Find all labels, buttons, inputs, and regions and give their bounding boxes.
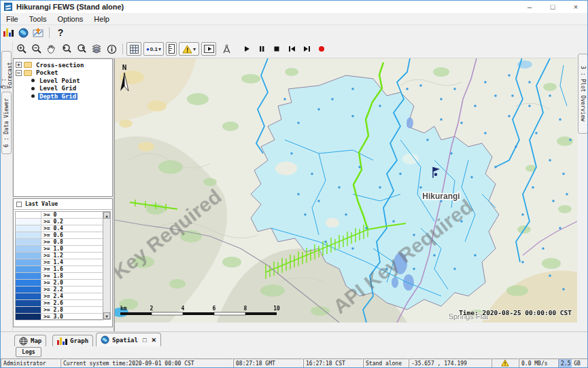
warnings-dropdown[interactable]: ▾ — [179, 42, 199, 56]
tab-map[interactable]: Map — [14, 335, 46, 346]
scale-ruler-button[interactable] — [166, 42, 177, 56]
menu-bar: File Tools Options Help — [1, 13, 587, 25]
svg-text:2: 2 — [150, 306, 154, 312]
legend-row[interactable]: >= 2.2 — [16, 287, 103, 293]
menu-file[interactable]: File — [1, 15, 24, 23]
app-logo-icon — [4, 3, 12, 11]
expand-icon[interactable]: + — [16, 62, 22, 68]
logs-button[interactable]: Logs — [16, 347, 41, 357]
panel-restore-icon[interactable]: □ — [143, 337, 146, 344]
status-local-time: 16:27:18 CST — [303, 358, 363, 368]
collapse-icon[interactable]: − — [16, 70, 22, 76]
svg-text:8: 8 — [244, 306, 247, 312]
legend-row[interactable]: >= 0.2 — [16, 219, 103, 225]
point-dot-icon: ● — [146, 46, 150, 52]
legend-list: >= 0 >= 0.2 >= 0.4 >= 0.6 >= 0.8 >= 1.0 … — [15, 211, 104, 320]
menu-tools[interactable]: Tools — [24, 15, 52, 23]
status-memory: 2.5 GB — [558, 358, 588, 368]
last-value-label: Last Value — [25, 201, 58, 207]
svg-text:4: 4 — [181, 306, 185, 312]
zoom-out-icon[interactable] — [29, 42, 44, 56]
window-title: Hikurangi FEWS (Stand alone) — [16, 3, 124, 11]
animation-button[interactable] — [201, 42, 216, 56]
info-icon[interactable] — [104, 42, 119, 56]
legend-row[interactable]: >= 1.0 — [16, 246, 103, 253]
left-tab-strip: 5 : Forecast 6 : Data Viewer — [1, 41, 13, 331]
tree-item-depth-grid[interactable]: Depth Grid — [14, 92, 112, 100]
panel-close-icon[interactable]: ✕ — [151, 337, 156, 344]
pause-button[interactable] — [254, 42, 269, 56]
legend-row[interactable]: >= 1.4 — [16, 259, 103, 266]
filter-tree: + Cross-section − Pocket Level Point Lev… — [13, 58, 113, 197]
layers-icon[interactable] — [89, 42, 104, 56]
legend-row[interactable]: >= 0.6 — [16, 232, 103, 239]
maximize-button[interactable]: □ — [541, 1, 564, 13]
status-coordinates: -35.657 , 174.199 — [409, 358, 491, 368]
toolbar-separator — [122, 43, 123, 54]
application-window: Hikurangi FEWS (Stand alone) – □ × File … — [0, 0, 588, 368]
node-bullet-icon — [31, 87, 35, 90]
svg-text:N: N — [122, 63, 127, 72]
map-canvas[interactable]: API Key Required API Key Required Hikura… — [115, 58, 577, 323]
help-button[interactable]: ? — [53, 26, 68, 39]
right-tab-strip: 3 : Plot Overview — [577, 41, 588, 331]
skip-to-end-button[interactable] — [299, 42, 314, 56]
legend-row[interactable]: >= 0 — [16, 212, 103, 219]
stop-button[interactable] — [269, 42, 284, 56]
point-size-dropdown[interactable]: ●0.1▾ — [143, 42, 164, 56]
status-mode: Stand alone — [363, 358, 409, 368]
play-button[interactable] — [239, 42, 254, 56]
zoom-next-icon[interactable] — [74, 42, 89, 56]
legend-row[interactable]: >= 2.0 — [16, 280, 103, 287]
title-bar: Hikurangi FEWS (Stand alone) – □ × — [1, 1, 587, 13]
legend-row[interactable]: >= 2.4 — [16, 293, 103, 300]
scroll-up-icon[interactable]: ▲ — [103, 212, 110, 219]
map-view[interactable]: API Key Required API Key Required Hikura… — [115, 58, 577, 323]
tab-spatial[interactable]: Spatial □ ✕ — [96, 333, 161, 346]
status-gmt-time: 08:27:18 GMT — [233, 358, 303, 368]
record-button[interactable] — [314, 42, 329, 56]
grid-display-button[interactable] — [126, 42, 141, 56]
scroll-down-icon[interactable]: ▼ — [103, 312, 110, 319]
close-button[interactable]: × — [564, 1, 587, 13]
tree-item-level-point[interactable]: Level Point — [14, 77, 112, 85]
last-value-checkbox[interactable] — [16, 202, 22, 207]
legend-row[interactable]: >= 2.6 — [16, 300, 103, 307]
warning-icon — [182, 45, 192, 54]
legend-row[interactable]: >= 1.8 — [16, 273, 103, 280]
wire-globe-icon — [19, 337, 28, 346]
legend-row[interactable]: >= 2.8 — [16, 307, 103, 314]
pan-hand-icon[interactable] — [44, 42, 59, 56]
globe-icon[interactable] — [16, 26, 31, 39]
main-toolbar: ? — [1, 25, 587, 40]
map-time-label: Time: 2020-08-25 00:00:00 CST — [459, 309, 572, 316]
zoom-previous-icon[interactable] — [59, 42, 74, 56]
measure-distance-icon[interactable] — [219, 42, 234, 56]
status-warning-cell[interactable] — [491, 358, 519, 368]
legend-row[interactable]: >= 0.4 — [16, 225, 103, 232]
explorer-charts-icon[interactable] — [1, 26, 16, 39]
bar-chart-icon — [57, 337, 67, 345]
menu-help[interactable]: Help — [88, 15, 115, 23]
data-viewer-panel: + Cross-section − Pocket Level Point Lev… — [13, 58, 114, 331]
status-system-time: Current system time:2020-09-01 00:00 CST — [60, 358, 233, 368]
tab-data-viewer[interactable]: 6 : Data Viewer — [1, 92, 12, 154]
tab-forecast[interactable]: 5 : Forecast — [1, 51, 12, 89]
tab-graph[interactable]: Graph — [52, 335, 93, 346]
zoom-in-icon[interactable] — [14, 42, 29, 56]
skip-to-start-button[interactable] — [284, 42, 299, 56]
warning-icon — [501, 359, 509, 367]
spatial-display-icon[interactable] — [31, 26, 46, 39]
legend-row[interactable]: >= 1.6 — [16, 266, 103, 273]
svg-text:10: 10 — [273, 306, 280, 312]
menu-options[interactable]: Options — [52, 15, 88, 23]
legend-scrollbar[interactable]: ▲ ▼ — [103, 211, 111, 320]
minimize-button[interactable]: – — [518, 1, 541, 13]
legend-row[interactable]: >= 1.2 — [16, 253, 103, 259]
legend-row[interactable]: >= 0.8 — [16, 239, 103, 246]
tree-item-cross-section[interactable]: + Cross-section — [14, 61, 112, 69]
tab-plot-overview[interactable]: 3 : Plot Overview — [578, 54, 588, 134]
legend-row[interactable]: >= 3.0 — [16, 314, 103, 320]
tree-item-pocket[interactable]: − Pocket — [14, 69, 112, 77]
tree-item-level-grid[interactable]: Level Grid — [14, 85, 112, 93]
